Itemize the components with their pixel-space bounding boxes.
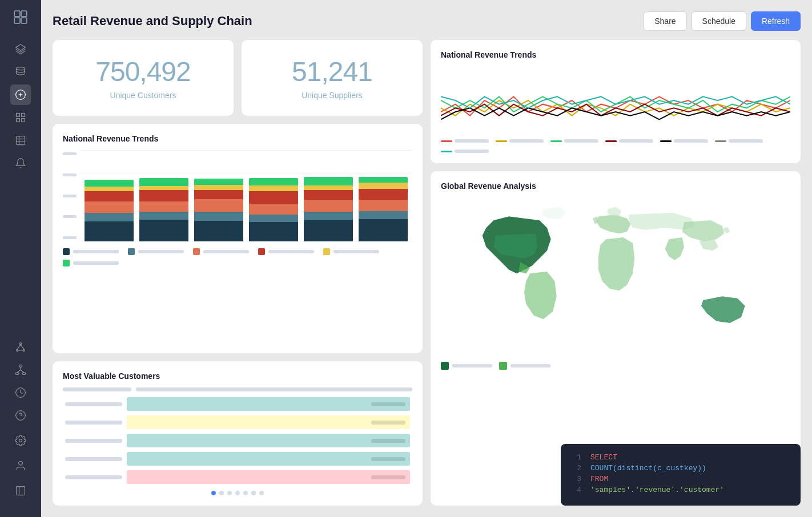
legend-label <box>455 150 489 153</box>
app-logo[interactable] <box>10 7 31 27</box>
refresh-button[interactable]: Refresh <box>751 11 801 31</box>
svg-line-20 <box>17 345 21 349</box>
code-line: 2 COUNT(distinct(c_custkey)) <box>572 464 789 472</box>
pagination-dot[interactable] <box>211 491 216 495</box>
bar-legend-color <box>193 248 200 255</box>
legend-dot <box>660 140 672 142</box>
bar-segment <box>194 179 243 185</box>
customer-name-cell <box>65 421 122 425</box>
customer-bar-cell <box>127 452 410 466</box>
unique-suppliers-value: 51,241 <box>292 56 372 87</box>
sidebar <box>0 0 41 517</box>
customer-table-row <box>63 469 412 485</box>
legend-dot <box>496 140 507 142</box>
bar-segment <box>194 185 243 190</box>
stacked-bar <box>139 178 188 241</box>
line-legend-item <box>441 139 489 143</box>
bar-segment <box>304 200 353 212</box>
svg-rect-24 <box>16 373 19 374</box>
bar-legend-text <box>333 250 379 253</box>
legend-label <box>564 139 598 143</box>
stacked-bar <box>85 180 134 241</box>
bar-group <box>304 150 353 241</box>
pagination-dot[interactable] <box>243 491 248 495</box>
bar-legend-text <box>203 250 249 253</box>
bar-segment <box>194 221 243 241</box>
legend-dot <box>550 140 562 142</box>
map-legend-color-2 <box>499 362 507 370</box>
grid-icon[interactable] <box>10 107 31 128</box>
settings-icon[interactable] <box>10 430 31 451</box>
page-title: Retail Revenue and Supply Chain <box>53 14 252 29</box>
hierarchy-icon[interactable] <box>10 360 31 380</box>
network-icon[interactable] <box>10 337 31 357</box>
bar-segment <box>304 220 353 241</box>
code-line-content: 'samples'.'revenue'.'customer' <box>590 486 724 494</box>
svg-rect-1 <box>21 11 27 17</box>
customer-bar-cell <box>127 415 410 429</box>
svg-rect-23 <box>19 365 22 367</box>
main-content: Retail Revenue and Supply Chain Share Sc… <box>41 0 812 517</box>
y-axis-label <box>63 236 77 239</box>
share-button[interactable]: Share <box>644 11 686 31</box>
unique-customers-label: Unique Customers <box>110 91 176 100</box>
code-line-content: SELECT <box>590 453 617 462</box>
kpi-row: 750,492 Unique Customers 51,241 Unique S… <box>53 40 423 116</box>
legend-label <box>509 139 544 143</box>
svg-rect-9 <box>17 114 20 117</box>
clock-icon[interactable] <box>10 382 31 403</box>
customer-name-cell <box>65 457 122 461</box>
layers-icon[interactable] <box>10 39 31 59</box>
line-legend-item <box>496 139 544 143</box>
bell-icon[interactable] <box>10 153 31 173</box>
schedule-button[interactable]: Schedule <box>692 11 746 31</box>
bar-segment <box>304 185 353 190</box>
database-icon[interactable] <box>10 62 31 82</box>
table-icon[interactable] <box>10 130 31 151</box>
customer-bar-value <box>371 475 405 479</box>
bar-legend-item <box>323 248 379 255</box>
plus-circle-icon[interactable] <box>10 84 31 105</box>
sidebar-toggle-icon[interactable] <box>10 480 31 501</box>
code-line-number: 2 <box>572 464 581 472</box>
legend-dot <box>441 140 452 142</box>
bar-legend-color <box>258 248 265 255</box>
bar-legend-color <box>63 260 70 266</box>
bar-segment <box>249 178 298 185</box>
bar-segment <box>304 177 353 185</box>
svg-point-5 <box>17 67 25 70</box>
pagination-dot[interactable] <box>227 491 232 495</box>
legend-label <box>674 139 708 143</box>
svg-line-28 <box>21 370 24 373</box>
right-column: National Revenue Trends Global Revenue A… <box>431 40 801 506</box>
help-icon[interactable] <box>10 405 31 426</box>
code-line: 4 'samples'.'revenue'.'customer' <box>572 486 789 494</box>
bar-chart-card: National Revenue Trends <box>53 124 423 353</box>
customer-bar-cell <box>127 434 410 447</box>
map-legend <box>441 362 790 370</box>
svg-rect-3 <box>21 18 27 23</box>
legend-dot <box>605 140 617 142</box>
pagination-dot[interactable] <box>259 491 264 495</box>
y-axis-label <box>63 173 77 176</box>
pagination-dot[interactable] <box>235 491 240 495</box>
bar-group <box>139 150 188 241</box>
svg-rect-34 <box>17 487 25 495</box>
legend-dot <box>441 151 452 152</box>
bar-segment <box>359 177 408 183</box>
bar-segment <box>139 201 188 212</box>
bar-segment <box>139 212 188 220</box>
left-column: 750,492 Unique Customers 51,241 Unique S… <box>53 40 423 506</box>
map-legend-item-1 <box>441 362 492 370</box>
customer-bar-cell <box>127 470 410 484</box>
bar-legend-text <box>73 250 119 253</box>
kpi-unique-suppliers: 51,241 Unique Suppliers <box>242 40 423 116</box>
pagination-dot[interactable] <box>251 491 256 495</box>
content-area: 750,492 Unique Customers 51,241 Unique S… <box>53 40 801 506</box>
bar-legend-item <box>193 248 249 255</box>
bar-legend-item <box>63 248 119 255</box>
user-icon[interactable] <box>10 455 31 476</box>
code-line-number: 4 <box>572 486 581 494</box>
bar-segment <box>85 191 134 201</box>
pagination-dot[interactable] <box>219 491 224 495</box>
